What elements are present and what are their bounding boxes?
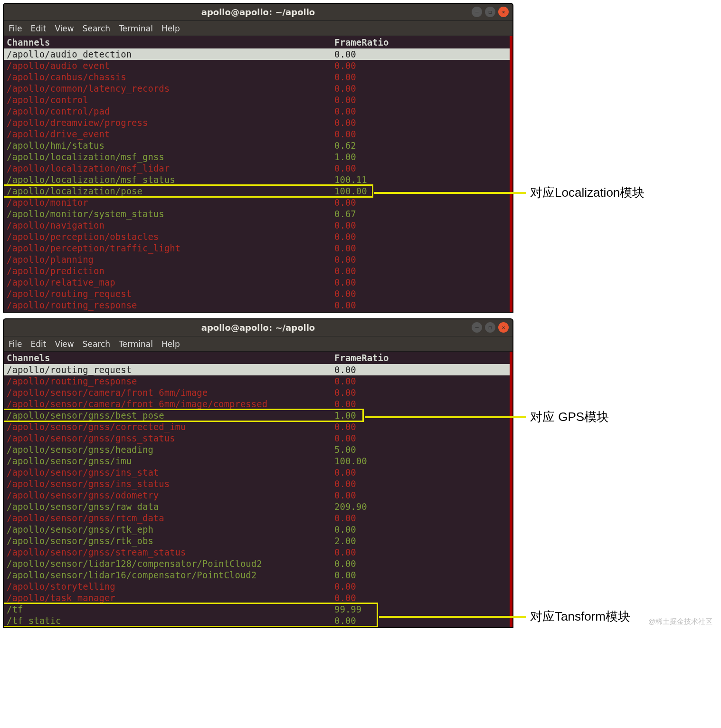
channel-ratio: 0.62	[334, 140, 356, 151]
window-controls: – ◻ ✕	[472, 322, 509, 333]
channel-name: /apollo/sensor/gnss/corrected_imu	[7, 421, 334, 432]
page: { "watermark": "@稀土掘金技术社区", "annotations…	[0, 3, 721, 628]
channel-ratio: 0.00	[334, 512, 356, 524]
channel-name: /apollo/sensor/gnss/rtcm_data	[7, 512, 334, 524]
channel-row: /apollo/hmi/status0.62	[4, 140, 510, 151]
channel-row: /apollo/sensor/gnss/ins_stat0.00	[4, 467, 510, 478]
window-title: apollo@apollo: ~/apollo	[201, 7, 315, 17]
channel-name: /apollo/relative_map	[7, 277, 334, 288]
channel-ratio: 0.00	[334, 569, 356, 581]
channel-ratio: 0.00	[334, 60, 356, 71]
titlebar[interactable]: apollo@apollo: ~/apollo – ◻ ✕	[4, 4, 512, 21]
channel-name: /apollo/sensor/gnss/ins_status	[7, 478, 334, 489]
annotation-line	[374, 192, 526, 194]
channel-ratio: 0.00	[334, 163, 356, 174]
channel-row: /apollo/storytelling0.00	[4, 581, 510, 592]
window-title: apollo@apollo: ~/apollo	[201, 323, 315, 333]
menu-edit[interactable]: Edit	[30, 24, 46, 33]
channel-ratio: 5.00	[334, 444, 356, 455]
channel-ratio: 0.00	[334, 546, 356, 558]
annotation-text: 对应 GPS模块	[530, 409, 609, 425]
menubar: File Edit View Search Terminal Help	[4, 336, 512, 352]
channel-name: /apollo/audio_event	[7, 60, 334, 71]
channel-ratio: 100.00	[334, 185, 367, 197]
channel-row: /apollo/sensor/gnss/rtcm_data0.00	[4, 512, 510, 524]
channel-ratio: 0.00	[334, 254, 356, 265]
channel-name: /apollo/sensor/gnss/stream_status	[7, 546, 334, 558]
channel-row: /apollo/drive_event0.00	[4, 128, 510, 140]
channel-row: /apollo/sensor/lidar128/compensator/Poin…	[4, 558, 510, 569]
menu-terminal[interactable]: Terminal	[119, 24, 153, 33]
minimize-button[interactable]: –	[472, 322, 482, 333]
channel-name: /apollo/sensor/lidar128/compensator/Poin…	[7, 558, 334, 569]
channel-name: /apollo/localization/pose	[7, 185, 334, 197]
channel-name: /apollo/perception/obstacles	[7, 231, 334, 242]
menu-view[interactable]: View	[55, 24, 74, 33]
channel-ratio: 0.00	[334, 83, 356, 94]
minimize-button[interactable]: –	[472, 7, 482, 17]
channel-name: /apollo/sensor/gnss/heading	[7, 444, 334, 455]
annotation-localization: 对应Localization模块	[374, 184, 645, 201]
channel-ratio: 100.11	[334, 174, 367, 185]
channel-name: /tf	[7, 603, 334, 615]
maximize-button[interactable]: ◻	[485, 7, 495, 17]
annotation-text: 对应Tansform模块	[530, 608, 630, 625]
menu-help[interactable]: Help	[161, 339, 180, 349]
menu-search[interactable]: Search	[83, 339, 110, 349]
channel-row: /apollo/navigation0.00	[4, 220, 510, 231]
channel-ratio: 0.67	[334, 208, 356, 220]
channel-ratio: 0.00	[334, 615, 356, 626]
channel-ratio: 1.00	[334, 410, 356, 421]
channel-name: /apollo/monitor	[7, 197, 334, 208]
menu-file[interactable]: File	[9, 339, 22, 349]
menu-view[interactable]: View	[55, 339, 74, 349]
channel-row: /apollo/control0.00	[4, 94, 510, 105]
maximize-button[interactable]: ◻	[485, 322, 495, 333]
channel-name: /apollo/sensor/gnss/raw_data	[7, 501, 334, 512]
menu-file[interactable]: File	[9, 24, 22, 33]
channel-name: /apollo/routing_response	[7, 299, 334, 311]
close-button[interactable]: ✕	[498, 7, 509, 17]
channel-row: /apollo/dreamview/progress0.00	[4, 117, 510, 128]
channel-ratio: 0.00	[334, 128, 356, 140]
channel-ratio: 0.00	[334, 231, 356, 242]
channel-row: /apollo/routing_request0.00	[4, 288, 510, 299]
channel-row: /apollo/routing_response0.00	[4, 375, 510, 387]
channel-name: /apollo/sensor/camera/front_6mm/image/co…	[7, 398, 334, 410]
titlebar[interactable]: apollo@apollo: ~/apollo – ◻ ✕	[4, 319, 512, 336]
channel-ratio: 0.00	[334, 592, 356, 603]
channel-name: /apollo/sensor/gnss/ins_stat	[7, 467, 334, 478]
channel-row: /apollo/relative_map0.00	[4, 277, 510, 288]
terminal-body[interactable]: Channels FrameRatio /apollo/audio_detect…	[4, 36, 512, 312]
channel-name: /apollo/control	[7, 94, 334, 105]
channel-row: /apollo/localization/msf_gnss1.00	[4, 151, 510, 163]
annotation-gps: 对应 GPS模块	[365, 409, 609, 425]
channel-name: /apollo/routing_request	[7, 364, 334, 375]
channel-row: /apollo/perception/traffic_light0.00	[4, 242, 510, 254]
channel-name: /apollo/sensor/gnss/rtk_obs	[7, 535, 334, 546]
channel-row: /apollo/localization/msf_status100.11	[4, 174, 510, 185]
channel-ratio: 0.00	[334, 242, 356, 254]
channel-ratio: 0.00	[334, 94, 356, 105]
channel-name: /apollo/task_manager	[7, 592, 334, 603]
menu-edit[interactable]: Edit	[30, 339, 46, 349]
menu-help[interactable]: Help	[161, 24, 180, 33]
channel-name: /apollo/drive_event	[7, 128, 334, 140]
channel-ratio: 99.99	[334, 603, 361, 615]
menu-search[interactable]: Search	[83, 24, 110, 33]
channel-row: /apollo/monitor/system_status0.67	[4, 208, 510, 220]
channel-ratio: 0.00	[334, 288, 356, 299]
channel-ratio: 209.90	[334, 501, 367, 512]
channel-row: /apollo/planning0.00	[4, 254, 510, 265]
channel-name: /apollo/monitor/system_status	[7, 208, 334, 220]
channel-name: /apollo/sensor/gnss/imu	[7, 455, 334, 467]
channel-list: /apollo/audio_detection0.00/apollo/audio…	[4, 48, 510, 312]
channel-row: /apollo/sensor/gnss/rtk_eph0.00	[4, 524, 510, 535]
channel-row: /apollo/sensor/gnss/gnss_status0.00	[4, 432, 510, 444]
terminal-body[interactable]: Channels FrameRatio /apollo/routing_requ…	[4, 352, 512, 627]
header-channels: Channels	[7, 353, 334, 363]
watermark: @稀土掘金技术社区	[648, 617, 712, 626]
menu-terminal[interactable]: Terminal	[119, 339, 153, 349]
channel-ratio: 0.00	[334, 197, 356, 208]
close-button[interactable]: ✕	[498, 322, 509, 333]
